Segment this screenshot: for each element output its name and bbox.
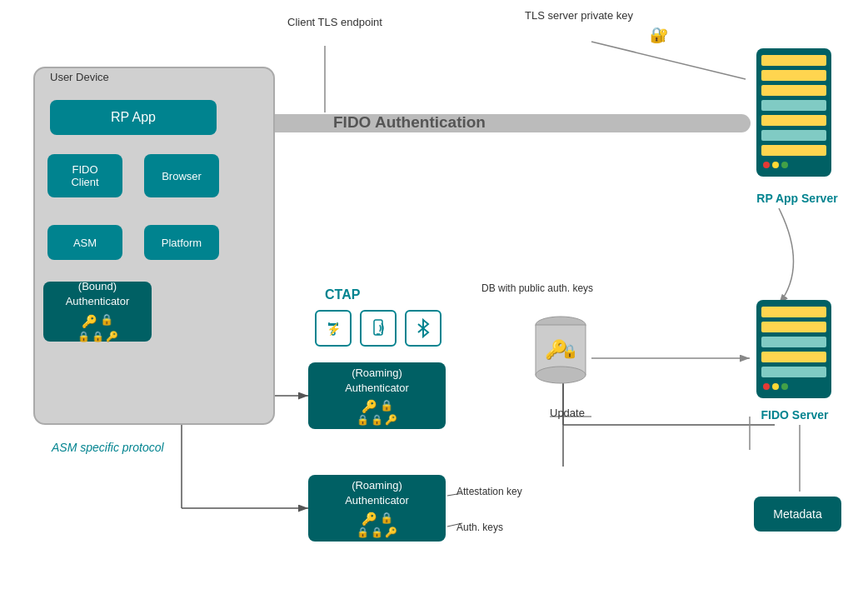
asm-protocol-label: ASM specific protocol <box>52 440 164 457</box>
roaming-auth-2-label: (Roaming)Authenticator <box>345 478 409 508</box>
ctap-icons: ⚡ <box>315 310 441 347</box>
fido-client-label: FIDOClient <box>71 163 98 188</box>
bluetooth-icon-box <box>405 310 441 347</box>
fido-server-rack-body <box>756 300 831 398</box>
rp-server-label: RP App Server <box>751 192 843 205</box>
browser-label: Browser <box>162 170 202 182</box>
rp-server-rack <box>756 48 833 177</box>
lock-icon: 🔐 <box>650 25 668 46</box>
platform-label: Platform <box>162 237 202 249</box>
usb-icon-box: ⚡ <box>315 310 352 347</box>
roaming-auth-1-label: (Roaming)Authenticator <box>345 366 409 396</box>
bound-auth-box: (Bound)Authenticator 🔑 🔒 🔒 🔒 🔑 <box>43 282 152 342</box>
attestation-key-label: Attestation key <box>456 485 522 499</box>
tls-server-label: TLS server private key 🔐 <box>525 8 633 23</box>
asm-label: ASM <box>73 237 97 249</box>
metadata-box: Metadata <box>754 497 841 532</box>
db-svg: 🔑 🔒 <box>530 312 592 387</box>
rp-app-box: RP App <box>50 100 217 135</box>
fido-auth-label: FIDO Authentication <box>333 113 486 132</box>
user-device-label: User Device <box>50 71 109 83</box>
rp-app-label: RP App <box>111 110 156 125</box>
browser-box: Browser <box>144 154 219 197</box>
svg-text:⚡: ⚡ <box>327 322 342 337</box>
roaming-auth-1-keys-row2: 🔒 🔒 🔑 <box>357 414 397 426</box>
nfc-icon-box <box>360 310 397 347</box>
asm-box: ASM <box>47 225 122 260</box>
roaming-auth-2-keys: 🔑 🔒 <box>362 512 393 527</box>
db-label: DB with public auth. keys <box>481 282 593 296</box>
fido-client-box: FIDOClient <box>47 154 122 197</box>
platform-box: Platform <box>144 225 219 260</box>
roaming-auth-2-keys-row2: 🔒 🔒 🔑 <box>357 527 397 538</box>
diagram-container: User Device RP App FIDOClient Browser AS… <box>0 0 868 594</box>
ctap-label: CTAP <box>325 287 360 302</box>
roaming-auth-box-2: (Roaming)Authenticator 🔑 🔒 🔒 🔒 🔑 <box>308 475 446 542</box>
fido-server-label: FIDO Server <box>745 408 845 422</box>
rp-server-rack-body <box>756 48 831 177</box>
svg-line-19 <box>591 42 746 79</box>
bound-auth-keys: 🔑 🔒 <box>82 313 113 330</box>
svg-point-40 <box>536 367 586 383</box>
auth-keys-label: Auth. keys <box>456 522 503 533</box>
metadata-label: Metadata <box>773 507 821 521</box>
bound-auth-keys-row2: 🔒 🔒 🔑 <box>77 331 118 344</box>
tls-client-label: Client TLS endpoint <box>287 15 382 30</box>
fido-server-rack <box>756 300 833 398</box>
bound-auth-label: (Bound)Authenticator <box>66 279 130 309</box>
db-cylinder: 🔑 🔒 <box>530 312 592 391</box>
svg-text:🔒: 🔒 <box>561 343 578 359</box>
update-label: Update <box>550 407 585 419</box>
roaming-auth-box-1: (Roaming)Authenticator 🔑 🔒 🔒 🔒 🔑 <box>308 362 446 429</box>
roaming-auth-1-keys: 🔑 🔒 <box>362 399 393 414</box>
